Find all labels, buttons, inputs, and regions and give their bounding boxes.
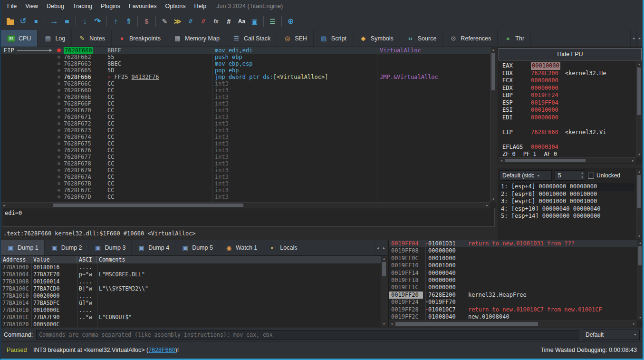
scrollbar-thumb[interactable] <box>395 322 538 326</box>
dump-row[interactable]: 77BA100000180016.... <box>1 264 381 271</box>
tab-watch-1[interactable]: ◉Watch 1 <box>219 240 263 255</box>
stack-horizontal-scrollbar[interactable]: ◄ ► <box>389 321 637 327</box>
calling-convention-select[interactable]: Default (stdc ▼ <box>500 170 552 181</box>
dump-row[interactable]: 77BA101477BA5DFCü]°w <box>1 300 381 307</box>
tab-scroll-right-button[interactable]: ► <box>636 30 643 47</box>
restart-button[interactable]: ↺ <box>17 15 29 28</box>
register-row-edx[interactable]: EDX00000000 <box>502 85 636 92</box>
menu-view[interactable]: View <box>21 1 42 11</box>
breakpoint-slot-dot[interactable] <box>58 195 60 198</box>
tab-breakpoints[interactable]: ●Breakpoints <box>112 30 167 47</box>
tab-dump-5[interactable]: ▣Dump 5 <box>175 240 219 255</box>
tab-symbols[interactable]: ◆Symbols <box>353 30 400 47</box>
tab-dump-3[interactable]: ▣Dump 3 <box>88 240 132 255</box>
stack-row[interactable]: 0019FF2C01008040new.01008040 <box>389 313 637 321</box>
menu-debug[interactable]: Debug <box>42 1 68 11</box>
breakpoint-slot-dot[interactable] <box>58 136 60 138</box>
argument-row[interactable]: 5: [esp+14] 00000000 00000000 <box>499 213 634 220</box>
scrollbar-thumb[interactable] <box>638 246 642 265</box>
menu-options[interactable]: Options <box>161 1 190 11</box>
argument-row[interactable]: 1: [esp+4] 00000000 00000000 <box>499 183 634 191</box>
scrollbar-thumb[interactable] <box>382 262 386 276</box>
breakpoint-slot-dot[interactable] <box>58 122 60 125</box>
menu-tracing[interactable]: Tracing <box>68 1 96 11</box>
scroll-right-icon[interactable]: ► <box>631 321 637 327</box>
disasm-row[interactable]: 7628F67ACCint3 <box>1 174 490 180</box>
dump-row[interactable]: 77BA101C77BA7F90..°wL"CONOUT$" <box>1 314 381 321</box>
menu-help[interactable]: Help <box>190 1 211 11</box>
breakpoint-slot-dot[interactable] <box>58 89 60 92</box>
registers-vertical-scrollbar[interactable]: ▲ ▼ <box>636 61 642 157</box>
disasm-row[interactable]: 7628F678CCint3 <box>1 160 490 167</box>
register-row-edi[interactable]: EDI00000000 <box>502 114 636 122</box>
disasm-row[interactable]: 7628F670CCint3 <box>1 107 490 114</box>
breakpoint-slot-dot[interactable] <box>58 69 60 72</box>
breakpoint-slot-dot[interactable] <box>58 56 60 58</box>
register-row-eip[interactable]: EIP7628F660<kernel32.Vi <box>502 129 636 136</box>
disasm-row[interactable]: 7628F679CCint3 <box>1 167 490 174</box>
stack-row[interactable]: 0019FF1C00000000 <box>389 284 637 291</box>
disasm-row[interactable]: 7628F666- FF25 94132F76jmp dword ptr ds:… <box>1 74 490 80</box>
argument-row[interactable]: 2: [esp+8] 00010000 00010000 <box>499 191 634 198</box>
tab-seh[interactable]: ◎SEH <box>277 30 314 47</box>
arguments-vertical-scrollbar[interactable]: ▲ ▼ <box>636 169 642 239</box>
menu-plugins[interactable]: Plugins <box>96 1 125 11</box>
dump-row[interactable]: 77BA10180010000E.... <box>1 307 381 314</box>
breakpoint-slot-dot[interactable] <box>58 102 60 105</box>
dump-row[interactable]: 77BA10200005000C <box>1 321 381 327</box>
register-row-esp[interactable]: ESP0019FF04 <box>502 99 636 107</box>
register-row-eax[interactable]: EAX00010000 <box>502 62 636 70</box>
tab-script[interactable]: ▨Script <box>314 30 353 47</box>
tab-source[interactable]: ‹›Source <box>400 30 443 47</box>
stop-button[interactable]: ■ <box>29 15 42 28</box>
stack-vertical-scrollbar[interactable]: ▲ ▼ <box>637 240 643 321</box>
scroll-left-icon[interactable]: ◄ <box>499 158 504 164</box>
stack-row[interactable]: 0019FF0800000000 <box>389 247 637 254</box>
scrollbar-thumb[interactable] <box>491 53 495 90</box>
disasm-row[interactable]: 7628F672CCint3 <box>1 120 490 127</box>
breakpoint-slot-dot[interactable] <box>58 182 60 185</box>
disasm-row[interactable]: 7628F66CCCint3 <box>1 80 490 87</box>
dump-row[interactable]: 77BA101000020000.... <box>1 292 381 300</box>
hide-debugger-button[interactable]: $ <box>140 15 153 28</box>
stack-row[interactable]: 0019FF207628E200kernel32.HeapFree <box>389 292 637 299</box>
disasm-row[interactable]: 7628F66DCCint3 <box>1 87 490 94</box>
registers-horizontal-scrollbar[interactable]: ◄ ► <box>499 157 636 163</box>
tab-cpu[interactable]: 32CPU <box>1 30 38 47</box>
arguments-pane[interactable]: Default (stdc ▼ 5 ▲▼ Unlocked 1: [esp+4]… <box>498 168 643 240</box>
disasm-row[interactable]: 7628F6638BECmov ebp,esp <box>1 60 490 67</box>
scroll-down-icon[interactable]: ▼ <box>381 321 387 327</box>
scroll-up-icon[interactable]: ▲ <box>490 47 496 53</box>
tab-thr[interactable]: »Thr <box>498 30 531 47</box>
stack-row[interactable]: 0019FF24└0019FF70 <box>389 299 637 306</box>
breakpoint-slot-dot[interactable] <box>58 82 60 85</box>
breakpoint-slot-dot[interactable] <box>58 62 60 65</box>
tab-notes[interactable]: ✎Notes <box>72 30 112 47</box>
step-into-button[interactable]: ↓ <box>78 15 91 28</box>
argument-row[interactable]: 3: [esp+C] 00001000 00001000 <box>499 198 634 205</box>
registers-pane[interactable]: Hide FPU EAX00010000EBX7628E200<kernel32… <box>498 47 643 164</box>
menu-file[interactable]: File <box>3 1 21 11</box>
breakpoint-slot-dot[interactable] <box>58 116 60 118</box>
disasm-row[interactable]: 7628F6608BFFmov edi,ediVirtualAlloc <box>1 47 490 54</box>
menu-favourites[interactable]: Favourites <box>125 1 161 11</box>
tab-scroll-left-button[interactable]: ◄ <box>630 30 636 47</box>
stepper-arrows-icon[interactable]: ▲▼ <box>581 171 584 180</box>
breakpoint-slot-dot[interactable] <box>58 109 60 112</box>
disasm-row[interactable]: 7628F6655Dpop ebp <box>1 67 490 74</box>
scroll-right-icon[interactable]: ► <box>630 158 636 164</box>
dump-row[interactable]: 77BA100C77BA7CD0Đ|°wL"\\SYSTEM32\\" <box>1 285 381 292</box>
tab-call-stack[interactable]: ☰Call Stack <box>226 30 277 47</box>
execute-till-return-button[interactable]: ↑ <box>109 15 122 28</box>
disasm-horizontal-scrollbar[interactable]: ◄ ► <box>1 202 490 208</box>
internet-button[interactable]: ⊕ <box>284 15 297 28</box>
disasm-row[interactable]: 7628F66255push ebp <box>1 54 490 60</box>
stack-pane[interactable]: 0019FF04┌01001D31return to new.01001D31 … <box>388 240 643 327</box>
scrollbar-thumb[interactable] <box>637 175 641 208</box>
disasm-row[interactable]: 7628F675CCint3 <box>1 140 490 147</box>
stack-row[interactable]: 0019FF1000001000 <box>389 262 637 269</box>
scroll-down-icon[interactable]: ▼ <box>636 152 642 157</box>
scroll-up-icon[interactable]: ▲ <box>381 256 387 262</box>
settings-button[interactable]: ☰ <box>266 15 279 28</box>
run-to-user-code-button[interactable]: ⇑ <box>122 15 135 28</box>
